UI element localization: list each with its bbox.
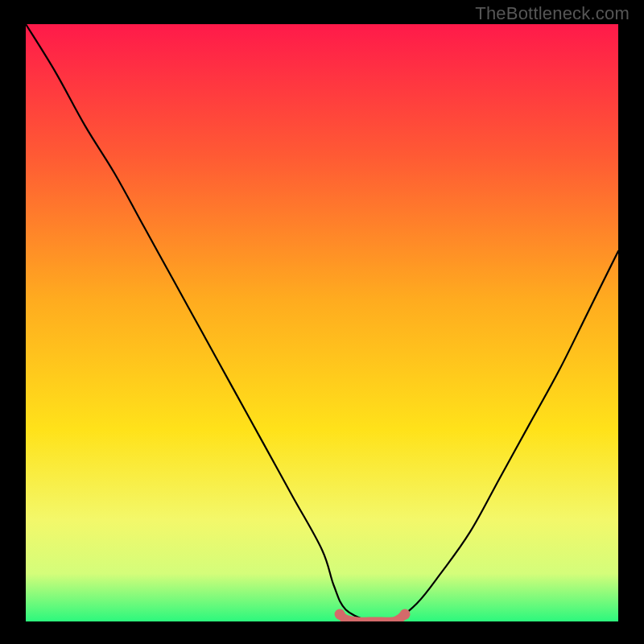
plot-area: [26, 24, 618, 621]
region-endpoint-left: [335, 609, 345, 620]
chart-svg: [26, 24, 618, 621]
gradient-background: [26, 24, 618, 621]
chart-container: TheBottleneck.com: [0, 0, 644, 644]
watermark-label: TheBottleneck.com: [475, 3, 630, 24]
region-endpoint-right: [400, 609, 411, 620]
